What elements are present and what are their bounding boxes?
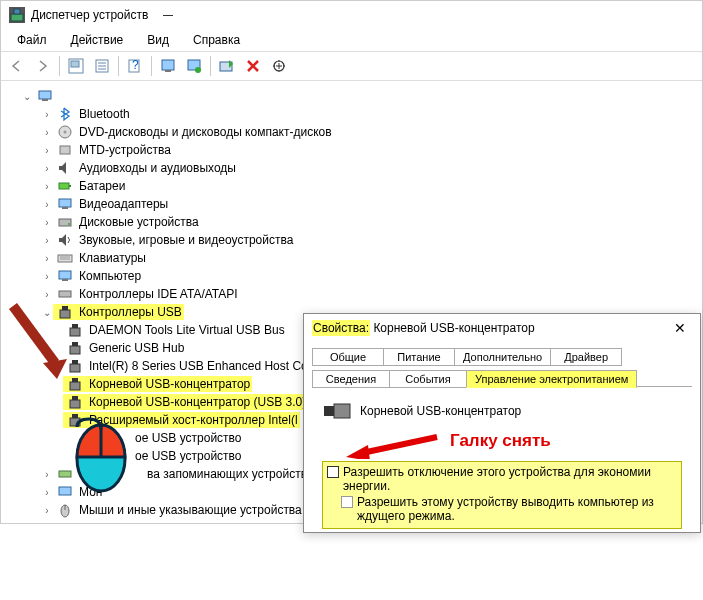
audio-io-icon	[57, 160, 73, 176]
mouse-cursor-icon	[71, 417, 131, 493]
tree-item[interactable]: Клавиатуры	[77, 251, 148, 265]
show-hide-button[interactable]	[64, 54, 88, 78]
usb-icon	[67, 376, 83, 392]
svg-rect-23	[60, 146, 70, 154]
usb-root-hub-3[interactable]: Корневой USB-концентратор (USB 3.0)	[87, 395, 308, 409]
expand-icon[interactable]: ›	[41, 163, 53, 174]
expand-icon[interactable]: ›	[41, 235, 53, 246]
update-driver-button[interactable]	[182, 54, 206, 78]
tab-details[interactable]: Сведения	[312, 370, 390, 388]
usb-icon	[67, 322, 83, 338]
expand-icon[interactable]: ›	[41, 109, 53, 120]
toolbar: ?	[1, 51, 702, 81]
titlebar: Диспетчер устройств	[1, 1, 702, 29]
svg-line-54	[13, 306, 55, 363]
svg-rect-44	[72, 378, 78, 382]
bluetooth-icon	[57, 106, 73, 122]
svg-rect-4	[71, 61, 79, 67]
enable-button[interactable]	[215, 54, 239, 78]
tree-item[interactable]: Контроллеры IDE ATA/ATAPI	[77, 287, 240, 301]
scan-button[interactable]	[156, 54, 180, 78]
properties-button[interactable]	[90, 54, 114, 78]
usb-icon	[67, 340, 83, 356]
allow-wake-checkbox[interactable]	[341, 496, 353, 508]
svg-rect-39	[70, 328, 80, 336]
tree-item[interactable]: Аудиовходы и аудиовыходы	[77, 161, 238, 175]
expand-icon[interactable]: ›	[41, 145, 53, 156]
usb-root-hub[interactable]: Корневой USB-концентратор	[87, 377, 252, 391]
uninstall-button[interactable]	[241, 54, 265, 78]
tree-item[interactable]: Generic USB Hub	[87, 341, 186, 355]
toolbar-separator	[59, 56, 60, 76]
battery-icon	[57, 178, 73, 194]
svg-rect-33	[59, 271, 71, 279]
tree-item[interactable]: ое USB устройство	[133, 431, 244, 445]
expand-icon[interactable]: ›	[41, 181, 53, 192]
expand-icon[interactable]: ›	[41, 505, 53, 516]
svg-rect-47	[70, 400, 80, 408]
mtd-icon	[57, 142, 73, 158]
usb-icon	[67, 394, 83, 410]
usb-device-icon	[324, 401, 352, 421]
expand-icon[interactable]: ›	[41, 271, 53, 282]
toolbar-separator	[151, 56, 152, 76]
tree-item[interactable]: Видеоадаптеры	[77, 197, 170, 211]
tree-item[interactable]: Мыши и иные указывающие устройства	[77, 503, 304, 517]
expand-icon[interactable]: ›	[41, 199, 53, 210]
tree-item[interactable]: Компьютер	[77, 269, 143, 283]
svg-rect-43	[70, 364, 80, 372]
tree-item[interactable]: Батареи	[77, 179, 127, 193]
svg-rect-2	[163, 15, 173, 16]
mouse-icon	[57, 502, 73, 518]
tree-item[interactable]: Bluetooth	[77, 107, 132, 121]
svg-rect-27	[62, 207, 68, 209]
tab-power-management[interactable]: Управление электропитанием	[466, 370, 637, 388]
collapse-icon[interactable]: ⌄	[21, 91, 33, 102]
usb-controllers[interactable]: Контроллеры USB	[77, 305, 184, 319]
power-management-block: Разрешить отключение этого устройства дл…	[322, 461, 682, 529]
dialog-title-device: Корневой USB-концентратор	[373, 321, 534, 335]
expand-icon[interactable]: ›	[41, 487, 53, 498]
expand-icon[interactable]: ›	[41, 253, 53, 264]
tree-item[interactable]: DAEMON Tools Lite Virtual USB Bus	[87, 323, 287, 337]
tree-item[interactable]: DVD-дисководы и дисководы компакт-дисков	[77, 125, 334, 139]
menu-action[interactable]: Действие	[61, 31, 134, 49]
allow-turnoff-checkbox[interactable]	[327, 466, 339, 478]
svg-rect-41	[70, 346, 80, 354]
forward-button[interactable]	[31, 54, 55, 78]
back-button[interactable]	[5, 54, 29, 78]
display-adapter-icon	[57, 196, 73, 212]
tree-item[interactable]: MTD-устройства	[77, 143, 173, 157]
dialog-title-prefix: Свойства:	[312, 320, 370, 336]
svg-text:?: ?	[132, 58, 139, 72]
help-button[interactable]: ?	[123, 54, 147, 78]
expand-icon[interactable]: ›	[41, 217, 53, 228]
svg-line-60	[362, 437, 437, 453]
checkbox-label: Разрешить отключение этого устройства дл…	[343, 465, 677, 493]
tree-item[interactable]: ое USB устройство	[133, 449, 244, 463]
window-title: Диспетчер устройств	[31, 8, 148, 22]
svg-rect-38	[72, 324, 78, 328]
tree-item[interactable]: Дисковые устройства	[77, 215, 201, 229]
expand-icon[interactable]: ›	[41, 289, 53, 300]
minimize-button[interactable]	[148, 5, 188, 25]
close-icon[interactable]: ✕	[668, 318, 692, 338]
toolbar-separator	[210, 56, 211, 76]
tab-events[interactable]: События	[389, 370, 467, 388]
checkbox-label: Разрешить этому устройству выводить комп…	[357, 495, 677, 523]
tree-item[interactable]: Intel(R) 8 Series USB Enhanced Host Con	[87, 359, 316, 373]
computer-icon	[57, 268, 73, 284]
device-manager-icon	[9, 7, 25, 23]
scan-hardware-button[interactable]	[267, 54, 291, 78]
svg-rect-34	[62, 279, 68, 281]
menu-help[interactable]: Справка	[183, 31, 250, 49]
svg-rect-50	[59, 471, 71, 477]
menu-view[interactable]: Вид	[137, 31, 179, 49]
device-name: Корневой USB-концентратор	[360, 404, 521, 418]
annotation-arrow-icon	[5, 301, 69, 379]
svg-rect-46	[72, 396, 78, 400]
tree-item[interactable]: Звуковые, игровые и видеоустройства	[77, 233, 295, 247]
expand-icon[interactable]: ›	[41, 127, 53, 138]
menu-file[interactable]: Файл	[7, 31, 57, 49]
expand-icon[interactable]: ›	[41, 469, 53, 480]
